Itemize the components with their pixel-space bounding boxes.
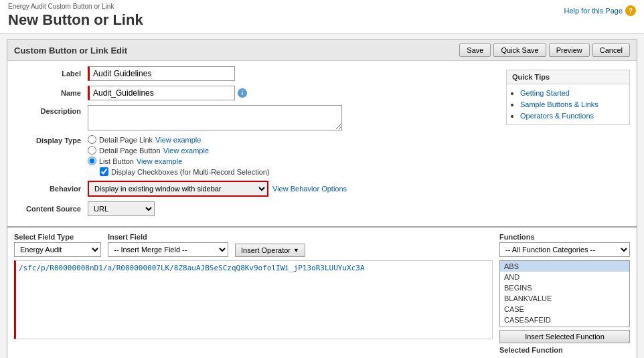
insert-field-group: Insert Field -- Insert Merge Field -- (108, 233, 228, 257)
view-behavior-link[interactable]: View Behavior Options (272, 185, 347, 193)
display-type-row: Display Type Detail Page Link View examp… (14, 135, 499, 176)
insert-operator-arrow: ▼ (293, 247, 299, 254)
content-source-label: Content Source (14, 205, 88, 213)
preview-button[interactable]: Preview (549, 43, 590, 57)
bottom-main: /sfc/p/R00000008nD1/a/R000000007LK/8Z8au… (14, 260, 630, 354)
behavior-select[interactable]: Display in existing window with sidebar … (88, 181, 268, 197)
operators-functions-link[interactable]: Operators & Functions (520, 112, 594, 120)
functions-label: Functions (499, 233, 630, 241)
detail-page-button-label: Detail Page Button (99, 147, 161, 155)
name-field-group: i (88, 86, 247, 100)
selected-function-label: Selected Function (499, 346, 630, 354)
breadcrumb: Energy Audit Custom Button or Link (8, 3, 636, 10)
quick-tip-item-operators: Operators & Functions (520, 111, 624, 120)
insert-selected-function-button[interactable]: Insert Selected Function (499, 330, 630, 343)
info-icon[interactable]: i (238, 88, 247, 98)
radio-detail-link-input[interactable] (88, 135, 96, 144)
function-item-abs[interactable]: ABS (500, 261, 629, 272)
insert-operator-label: Insert Operator (241, 246, 291, 254)
name-field-label: Name (14, 89, 88, 97)
edit-box-buttons: Save Quick Save Preview Cancel (459, 43, 630, 57)
quick-tips-panel: Quick Tips Getting Started Sample Button… (506, 70, 630, 125)
radio-detail-page-button[interactable]: Detail Page Button View example (88, 146, 270, 155)
radio-detail-button-input[interactable] (88, 146, 96, 155)
quick-tip-item-sample-buttons: Sample Buttons & Links (520, 100, 624, 109)
behavior-label: Behavior (14, 185, 88, 193)
description-input[interactable] (88, 105, 342, 130)
radio-list-button-input[interactable] (88, 157, 96, 165)
insert-operator-button[interactable]: Insert Operator ▼ (235, 244, 305, 257)
functions-group: Functions -- All Function Categories -- (499, 233, 630, 257)
help-link[interactable]: Help for this Page ? (564, 5, 636, 16)
functions-list[interactable]: ABS AND BEGINS BLANKVALUE CASE CASESAFEI… (499, 260, 630, 327)
list-button-label: List Button (99, 157, 134, 165)
cancel-button[interactable]: Cancel (592, 43, 630, 57)
label-field-label: Label (14, 70, 88, 78)
display-checkboxes-input[interactable] (100, 167, 108, 176)
function-item-case[interactable]: CASE (500, 304, 629, 315)
insert-operator-group: x Insert Operator ▼ (235, 234, 305, 257)
edit-box: Custom Button or Link Edit Save Quick Sa… (7, 39, 637, 227)
quick-tips-title: Quick Tips (507, 70, 629, 84)
function-item-begins[interactable]: BEGINS (500, 282, 629, 293)
label-row: Label (14, 66, 499, 81)
name-input[interactable] (88, 86, 235, 100)
edit-box-header: Custom Button or Link Edit Save Quick Sa… (7, 40, 637, 61)
function-item-blankvalue[interactable]: BLANKVALUE (500, 293, 629, 304)
form-main: Label Name i Description Display Type (7, 66, 506, 221)
content-source-row: Content Source URL Visualforce Page (14, 201, 499, 216)
getting-started-link[interactable]: Getting Started (520, 89, 570, 97)
formula-textarea[interactable]: /sfc/p/R00000008nD1/a/R000000007LK/8Z8au… (14, 260, 493, 339)
radio-detail-page-link[interactable]: Detail Page Link View example (88, 135, 270, 144)
list-button-example[interactable]: View example (137, 157, 182, 165)
detail-page-button-example[interactable]: View example (163, 147, 209, 155)
bottom-section: Select Field Type Energy Audit Insert Fi… (7, 227, 637, 358)
page-title: New Button or Link (8, 11, 636, 29)
description-row: Description (14, 105, 499, 130)
quick-save-button[interactable]: Quick Save (493, 43, 546, 57)
detail-page-link-example[interactable]: View example (155, 136, 201, 144)
function-item-casesafeid[interactable]: CASESAFEID (500, 315, 629, 325)
display-type-options: Detail Page Link View example Detail Pag… (88, 135, 270, 176)
detail-page-link-label: Detail Page Link (99, 136, 153, 144)
display-checkboxes-option[interactable]: Display Checkboxes (for Multi-Record Sel… (100, 167, 270, 176)
behavior-row: Behavior Display in existing window with… (14, 181, 499, 197)
insert-field-label: Insert Field (108, 233, 228, 241)
label-input[interactable] (88, 66, 235, 81)
behavior-field-group: Display in existing window with sidebar … (88, 181, 347, 197)
description-label: Description (14, 105, 88, 115)
insert-field-select[interactable]: -- Insert Merge Field -- (108, 242, 228, 257)
content-source-select[interactable]: URL Visualforce Page (88, 201, 155, 216)
select-field-type-label: Select Field Type (14, 233, 101, 241)
save-button[interactable]: Save (459, 43, 491, 57)
select-field-type-select[interactable]: Energy Audit (14, 242, 101, 257)
quick-tips-body: Getting Started Sample Buttons & Links O… (507, 84, 629, 124)
display-type-label: Display Type (14, 135, 88, 145)
quick-tip-item-getting-started: Getting Started (520, 88, 624, 98)
sample-buttons-link[interactable]: Sample Buttons & Links (520, 100, 598, 108)
display-checkboxes-label: Display Checkboxes (for Multi-Record Sel… (111, 168, 270, 176)
radio-list-button[interactable]: List Button View example (88, 157, 270, 165)
edit-box-title: Custom Button or Link Edit (14, 46, 127, 56)
bottom-controls-row: Select Field Type Energy Audit Insert Fi… (14, 233, 630, 257)
functions-panel: ABS AND BEGINS BLANKVALUE CASE CASESAFEI… (499, 260, 630, 354)
functions-category-select[interactable]: -- All Function Categories -- (499, 242, 630, 257)
help-link-text: Help for this Page (564, 7, 623, 15)
select-field-type-group: Select Field Type Energy Audit (14, 233, 101, 257)
function-item-and[interactable]: AND (500, 272, 629, 282)
form-body: Label Name i Description Display Type (7, 61, 637, 226)
quick-tips-box: Quick Tips Getting Started Sample Button… (506, 70, 630, 125)
name-row: Name i (14, 86, 499, 100)
help-icon: ? (625, 5, 636, 16)
